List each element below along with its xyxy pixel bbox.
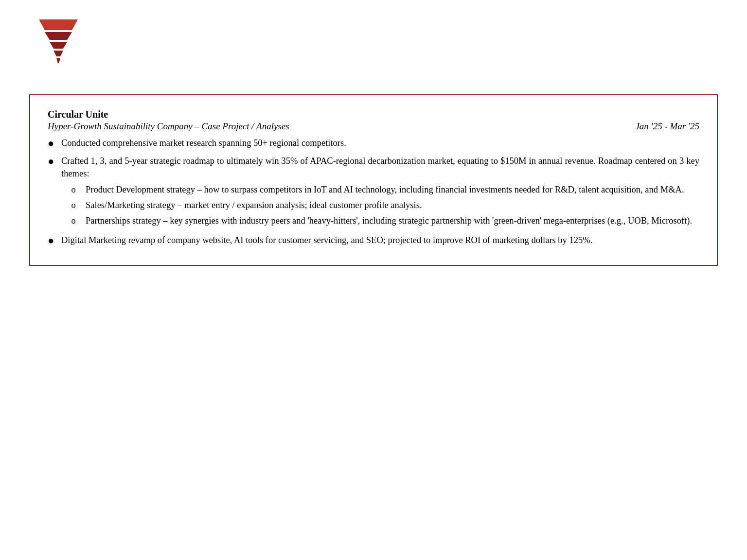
date-range: Jan '25 - Mar '25 bbox=[635, 121, 699, 132]
svg-marker-1 bbox=[45, 32, 72, 40]
company-name: Circular Unite bbox=[48, 109, 699, 120]
bullet-item-3: ● Digital Marketing revamp of company we… bbox=[48, 234, 699, 248]
svg-marker-4 bbox=[56, 58, 60, 63]
company-subtitle: Hyper-Growth Sustainability Company – Ca… bbox=[48, 121, 289, 132]
sub-marker-3: o bbox=[61, 214, 86, 228]
svg-marker-0 bbox=[39, 19, 78, 30]
sub-text-2: Sales/Marketing strategy – market entry … bbox=[86, 199, 699, 212]
sub-marker-1: o bbox=[61, 183, 86, 196]
page-container: Circular Unite Hyper-Growth Sustainabili… bbox=[0, 0, 747, 560]
bullet-dot-2: ● bbox=[48, 155, 61, 169]
sub-item-2: o Sales/Marketing strategy – market entr… bbox=[61, 199, 699, 212]
svg-marker-2 bbox=[50, 42, 67, 49]
bullet-item-2: ● Crafted 1, 3, and 5-year strategic roa… bbox=[48, 155, 699, 230]
sub-text-3: Partnerships strategy – key synergies wi… bbox=[86, 214, 699, 228]
logo-area bbox=[29, 19, 718, 75]
sub-item-3: o Partnerships strategy – key synergies … bbox=[61, 214, 699, 228]
bullet-text-1: Conducted comprehensive market research … bbox=[61, 137, 699, 150]
bullet-dot-1: ● bbox=[48, 137, 61, 151]
sub-text-1: Product Development strategy – how to su… bbox=[86, 183, 699, 196]
content-box: Circular Unite Hyper-Growth Sustainabili… bbox=[29, 94, 718, 266]
bullet-list: ● Conducted comprehensive market researc… bbox=[48, 137, 699, 247]
bullet-dot-3: ● bbox=[48, 234, 61, 248]
sub-item-1: o Product Development strategy – how to … bbox=[61, 183, 699, 196]
bullet-text-2: Crafted 1, 3, and 5-year strategic roadm… bbox=[61, 155, 699, 230]
sub-marker-2: o bbox=[61, 199, 86, 212]
sub-list: o Product Development strategy – how to … bbox=[61, 183, 699, 227]
svg-marker-3 bbox=[53, 51, 63, 56]
bullet-item-1: ● Conducted comprehensive market researc… bbox=[48, 137, 699, 151]
company-logo bbox=[34, 19, 83, 73]
subtitle-row: Hyper-Growth Sustainability Company – Ca… bbox=[48, 121, 699, 132]
bullet-text-3: Digital Marketing revamp of company webs… bbox=[61, 234, 699, 247]
